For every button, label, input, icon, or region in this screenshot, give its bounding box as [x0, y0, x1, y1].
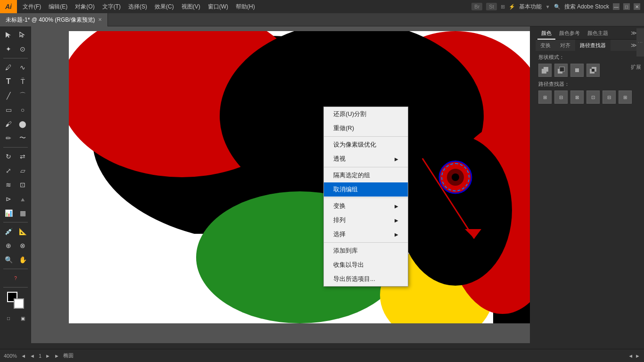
fill-stroke-indicator[interactable] — [7, 292, 24, 309]
horizontal-scrollbar[interactable] — [31, 343, 536, 349]
search-stock-label[interactable]: 搜索 Adobe Stock — [564, 3, 609, 11]
tab-close-icon[interactable]: ✕ — [98, 13, 102, 26]
tab-transform[interactable]: 变换 — [536, 40, 555, 51]
blend-tool[interactable]: ⊕ — [2, 239, 15, 252]
menu-edit[interactable]: 编辑(E) — [45, 0, 71, 13]
next-btn[interactable]: ► — [45, 353, 50, 359]
document-tab[interactable]: 未标题-1* @ 400% (RGB/像素预览) ✕ — [0, 13, 108, 26]
zoom-level[interactable]: 400% — [4, 353, 17, 359]
ctx-export-selection[interactable]: 导出所选项目... — [324, 272, 408, 286]
tab-pathfinder[interactable]: 路径查找器 — [575, 40, 611, 51]
rotate-tool[interactable]: ↻ — [2, 150, 15, 163]
pen-tool[interactable]: 🖊 — [2, 61, 15, 74]
lasso-tool[interactable]: ⊙ — [16, 42, 29, 56]
ctx-pixel-optimize[interactable]: 设为像素级优化 — [324, 138, 408, 152]
question-tool[interactable]: ? — [9, 272, 22, 285]
menu-window[interactable]: 窗口(W) — [204, 0, 232, 13]
zoom-tool[interactable]: 🔍 — [2, 253, 15, 266]
reflect-tool[interactable]: ⇄ — [16, 150, 29, 163]
ctx-undo[interactable]: 还原(U)分割 — [324, 107, 408, 121]
text-tool[interactable]: T — [2, 75, 15, 88]
close-button[interactable]: ✕ — [634, 3, 640, 10]
pencil-tool[interactable]: ✏ — [2, 132, 15, 145]
menu-object[interactable]: 对象(O) — [71, 0, 98, 13]
ctx-arrange[interactable]: 排列 ▶ — [324, 213, 408, 227]
rect-tool[interactable]: ▭ — [2, 103, 15, 116]
arc-tool[interactable]: ⌒ — [16, 89, 29, 102]
ctx-perspective[interactable]: 透视 ▶ — [324, 152, 408, 166]
free-transform-tool[interactable]: ⟁ — [16, 192, 29, 206]
menu-effect[interactable]: 效果(C) — [151, 0, 178, 13]
select-tool[interactable] — [2, 28, 15, 41]
tab-color-theme[interactable]: 颜色主题 — [584, 26, 612, 40]
smooth-tool[interactable]: 〜 — [16, 132, 29, 145]
bridge-icon[interactable]: Br — [471, 3, 482, 10]
search-icon[interactable]: 🔍 — [554, 4, 561, 10]
shear-tool[interactable]: ▱ — [16, 164, 29, 177]
tab-align[interactable]: 对齐 — [555, 40, 575, 51]
outline-btn[interactable]: ⊟ — [603, 90, 616, 104]
scale-tool[interactable]: ⤢ — [2, 164, 15, 177]
vertical-scrollbar[interactable] — [530, 26, 536, 343]
merge-btn[interactable]: ⊠ — [570, 90, 584, 104]
intersect-btn[interactable] — [570, 64, 584, 77]
lightning-icon[interactable]: ⚡ — [509, 4, 515, 10]
tab-color[interactable]: 颜色 — [537, 26, 555, 40]
symbol-sprayer-tool[interactable]: ⊗ — [16, 239, 29, 252]
line-tool[interactable]: ╱ — [2, 89, 15, 102]
minus-back-btn[interactable]: ⊞ — [619, 90, 632, 104]
hand-tool[interactable]: ✋ — [16, 253, 29, 266]
measure-tool[interactable]: 📐 — [16, 225, 29, 238]
workspace-label[interactable]: 基本功能 — [519, 3, 542, 11]
menu-help[interactable]: 帮助(H) — [232, 0, 259, 13]
stock-icon[interactable]: St — [486, 3, 496, 10]
blob-brush-tool[interactable]: ⬤ — [16, 117, 29, 131]
scroll-left-btn[interactable]: ◄ — [628, 353, 633, 359]
width-tool[interactable]: ⊳ — [2, 192, 15, 206]
menu-view[interactable]: 视图(V) — [178, 0, 204, 13]
prev-page-btn[interactable]: ◄ — [21, 353, 26, 359]
ctx-select[interactable]: 选择 ▶ — [324, 227, 408, 241]
warp-tool[interactable]: ≋ — [2, 178, 15, 191]
ctx-ungroup[interactable]: 取消编组 — [324, 182, 408, 197]
ellipse-tool[interactable]: ○ — [16, 103, 29, 116]
next-page-btn[interactable]: ► — [54, 353, 59, 359]
expand-btn[interactable]: 扩展 — [631, 64, 641, 77]
divide-btn[interactable]: ⊞ — [538, 90, 552, 104]
minus-front-btn[interactable] — [554, 64, 568, 77]
magic-wand-tool[interactable]: ✦ — [2, 42, 15, 56]
ctx-isolate-group[interactable]: 隔离选定的组 — [324, 168, 408, 182]
touch-type-tool[interactable]: T̈ — [16, 75, 29, 88]
ctx-add-library[interactable]: 添加到库 — [324, 244, 408, 258]
paintbrush-tool[interactable]: 🖌 — [2, 117, 15, 131]
workspace-dropdown-icon[interactable]: ▼ — [545, 4, 550, 9]
exclude-btn[interactable] — [586, 64, 600, 77]
ctx-redo[interactable]: 重做(R) — [324, 121, 408, 135]
menu-file[interactable]: 文件(F) — [19, 0, 45, 13]
ai-logo: Ai — [0, 0, 17, 13]
minimize-button[interactable]: — — [613, 3, 619, 10]
prev-btn[interactable]: ◄ — [30, 353, 35, 359]
crop-btn[interactable]: ⊡ — [586, 90, 600, 104]
unite-btn[interactable] — [538, 64, 552, 77]
menu-select[interactable]: 选择(S) — [124, 0, 151, 13]
screen-mode-btn[interactable]: ▣ — [16, 312, 29, 325]
canvas-area[interactable]: 还原(U)分割 重做(R) 设为像素级优化 透视 ▶ 隔离选定的组 取消编组 — [31, 26, 536, 349]
reshape-tool[interactable]: ⊡ — [16, 178, 29, 191]
ctx-transform[interactable]: 变换 ▶ — [324, 199, 408, 213]
column-graph-tool[interactable]: ▦ — [16, 206, 29, 220]
curvature-tool[interactable]: ∿ — [16, 61, 29, 74]
graph-tool[interactable]: 📊 — [2, 206, 15, 220]
tab-color-guide[interactable]: 颜色参考 — [555, 26, 584, 40]
ctx-collect-export[interactable]: 收集以导出 — [324, 258, 408, 272]
eyedropper-tool[interactable]: 💉 — [2, 225, 15, 238]
menu-text[interactable]: 文字(T) — [99, 0, 124, 13]
direct-select-tool[interactable] — [16, 28, 29, 41]
right-panel-toggle[interactable]: ⋮ — [636, 28, 644, 57]
scroll-right-btn[interactable]: ► — [635, 353, 640, 359]
restore-button[interactable]: □ — [623, 3, 630, 10]
toggle-mode-btn[interactable]: □ — [2, 312, 15, 325]
trim-btn[interactable]: ⊟ — [554, 90, 568, 104]
ctx-sep-1 — [324, 136, 408, 137]
grid-icon[interactable]: ⊞ — [501, 4, 505, 10]
